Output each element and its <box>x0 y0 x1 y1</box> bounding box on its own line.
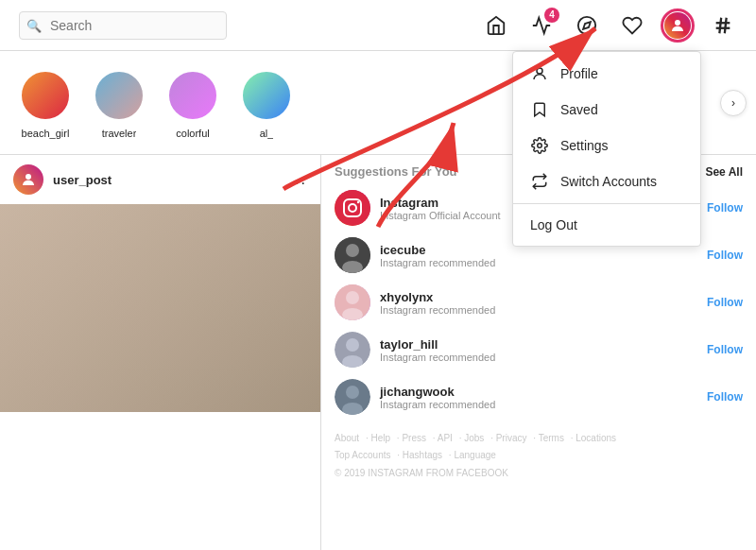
footer-links: About · Help · Press · API · Jobs · Priv… <box>335 430 743 464</box>
suggest-item-jichangwook: jichangwook Instagram recommended Follow <box>321 373 756 421</box>
feed-post: user_post ... <box>0 155 320 412</box>
dropdown-settings[interactable]: Settings <box>513 128 700 163</box>
footer-terms[interactable]: Terms <box>539 433 564 443</box>
svg-point-18 <box>346 291 359 304</box>
suggest-sub: Instagram recommended <box>380 304 697 316</box>
home-icon[interactable] <box>482 11 510 40</box>
svg-rect-10 <box>335 190 370 226</box>
feed-section: user_post ... <box>0 155 321 550</box>
suggest-info: taylor_hill Instagram recommended <box>380 337 697 363</box>
switch-icon <box>530 173 549 190</box>
story-avatar-inner <box>166 69 219 122</box>
footer-help[interactable]: Help <box>370 433 390 443</box>
post-image-overlay <box>0 204 320 412</box>
story-item[interactable]: colorful <box>162 67 224 139</box>
svg-point-7 <box>537 68 542 74</box>
person-icon <box>530 65 549 82</box>
follow-button[interactable]: Follow <box>707 201 743 215</box>
suggest-avatar[interactable] <box>335 190 370 226</box>
nav-icons: 4 <box>482 11 737 40</box>
stories-next-button[interactable]: › <box>720 90 747 116</box>
dropdown-divider <box>513 203 700 204</box>
post-username: user_post <box>53 173 112 187</box>
svg-point-8 <box>538 144 542 148</box>
svg-line-6 <box>725 17 727 33</box>
saved-label: Saved <box>560 102 598 117</box>
svg-point-15 <box>346 244 359 257</box>
suggest-username: taylor_hill <box>380 337 697 352</box>
suggest-username: xhyolynx <box>380 290 697 304</box>
suggest-avatar[interactable] <box>335 237 370 273</box>
profile-avatar-nav[interactable] <box>663 11 692 40</box>
logout-label: Log Out <box>530 217 577 232</box>
svg-point-9 <box>26 174 31 180</box>
see-all-link[interactable]: See All <box>705 165 743 179</box>
svg-marker-1 <box>583 22 591 29</box>
hashtag-icon[interactable] <box>709 11 737 40</box>
follow-button[interactable]: Follow <box>707 249 743 262</box>
story-avatar <box>164 67 221 124</box>
story-name: beach_girl <box>22 128 70 139</box>
story-avatar <box>238 67 295 124</box>
story-avatar-inner <box>240 69 293 122</box>
settings-label: Settings <box>560 138 609 153</box>
story-avatar <box>91 67 147 124</box>
footer-language[interactable]: Language <box>454 450 496 460</box>
footer-top-accounts[interactable]: Top Accounts <box>335 450 390 460</box>
story-item[interactable]: beach_girl <box>14 67 77 139</box>
story-name: colorful <box>176 128 209 139</box>
sidebar-footer: About · Help · Press · API · Jobs · Priv… <box>321 421 756 488</box>
dropdown-saved[interactable]: Saved <box>513 92 700 128</box>
story-name: traveler <box>102 128 137 139</box>
suggest-avatar[interactable] <box>335 284 370 320</box>
explore-icon[interactable] <box>573 11 601 40</box>
dropdown-menu: Profile Saved Settings Switch Accounts L… <box>512 51 701 247</box>
story-avatar-inner <box>19 69 72 122</box>
story-item[interactable]: traveler <box>88 67 150 139</box>
follow-button[interactable]: Follow <box>707 343 743 356</box>
svg-point-21 <box>346 338 359 352</box>
footer-jobs[interactable]: Jobs <box>464 433 484 443</box>
footer-copyright: © 2019 INSTAGRAM FROM FACEBOOK <box>335 468 743 478</box>
story-name: al_ <box>260 128 274 139</box>
activity-badge: 4 <box>544 8 559 23</box>
dropdown-switch[interactable]: Switch Accounts <box>513 163 700 199</box>
svg-point-13 <box>357 201 359 203</box>
follow-button[interactable]: Follow <box>707 296 743 309</box>
switch-label: Switch Accounts <box>560 174 657 189</box>
post-header: user_post ... <box>0 155 320 204</box>
activity-icon[interactable]: 4 <box>527 11 556 40</box>
avatar <box>664 12 691 39</box>
footer-press[interactable]: Press <box>402 433 426 443</box>
svg-point-2 <box>675 20 680 26</box>
footer-api[interactable]: API <box>438 433 453 443</box>
suggest-sub: Instagram recommended <box>380 399 697 410</box>
suggest-item-xhyolynx: xhyolynx Instagram recommended Follow <box>321 279 756 326</box>
post-avatar[interactable] <box>13 164 43 195</box>
heart-icon[interactable] <box>618 11 646 40</box>
post-more-button[interactable]: ... <box>289 171 307 188</box>
search-icon: 🔍 <box>26 18 42 32</box>
suggest-item-taylor: taylor_hill Instagram recommended Follow <box>321 326 756 373</box>
suggest-sub: Instagram recommended <box>380 257 697 268</box>
svg-point-24 <box>346 386 359 399</box>
follow-button[interactable]: Follow <box>707 390 743 404</box>
suggest-sub: Instagram recommended <box>380 352 697 363</box>
top-navigation: 🔍 4 <box>0 0 756 51</box>
footer-locations[interactable]: Locations <box>576 433 616 443</box>
suggest-username: jichangwook <box>380 385 697 399</box>
dropdown-profile[interactable]: Profile <box>513 56 700 92</box>
story-item[interactable]: al_ <box>235 67 298 139</box>
search-input[interactable] <box>19 11 227 40</box>
suggest-info: xhyolynx Instagram recommended <box>380 290 697 316</box>
story-avatar-inner <box>93 69 146 122</box>
dropdown-logout[interactable]: Log Out <box>513 208 700 242</box>
suggest-avatar[interactable] <box>335 379 370 415</box>
gear-icon <box>530 137 549 154</box>
footer-privacy[interactable]: Privacy <box>496 433 527 443</box>
suggest-avatar[interactable] <box>335 332 370 368</box>
footer-about[interactable]: About <box>335 433 359 443</box>
story-avatar <box>17 67 74 124</box>
footer-hashtags[interactable]: Hashtags <box>403 450 442 460</box>
svg-point-0 <box>578 16 595 33</box>
